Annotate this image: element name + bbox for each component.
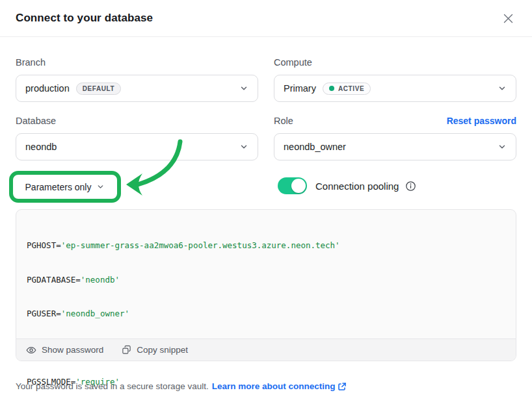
snippet-format-select[interactable]: Parameters only <box>25 182 105 192</box>
connection-pooling-row: Connection pooling <box>278 177 416 194</box>
database-field: Database neondb <box>16 116 258 160</box>
toggle-knob <box>291 179 306 193</box>
connection-pooling-toggle[interactable] <box>278 177 307 194</box>
connect-database-dialog: Connect to your database Branch producti… <box>0 0 532 408</box>
branch-select[interactable]: production DEFAULT <box>16 75 258 102</box>
active-badge-label: ACTIVE <box>338 85 364 92</box>
active-status-dot <box>329 86 334 91</box>
chevron-down-icon <box>498 84 507 93</box>
snippet-format-value: Parameters only <box>25 182 92 192</box>
chevron-down-icon <box>498 142 507 151</box>
branch-label: Branch <box>16 57 46 68</box>
database-select[interactable]: neondb <box>16 133 258 160</box>
connection-pooling-label: Connection pooling <box>315 181 399 192</box>
active-badge: ACTIVE <box>323 83 371 95</box>
external-link-icon <box>338 382 347 391</box>
footnote: Your password is saved in a secure stora… <box>16 381 347 391</box>
compute-select[interactable]: Primary ACTIVE <box>274 75 516 102</box>
learn-more-link[interactable]: Learn more about connecting <box>212 381 347 391</box>
database-value: neondb <box>25 142 57 152</box>
dialog-header: Connect to your database <box>0 0 532 37</box>
learn-more-label: Learn more about connecting <box>212 381 336 391</box>
eye-icon <box>26 345 36 355</box>
code-line: PGHOST='ep-summer-grass-aa2mwoa6-pooler.… <box>27 240 505 251</box>
branch-value: production <box>25 83 70 94</box>
show-password-button[interactable]: Show password <box>26 345 103 355</box>
snippet-toolbar: Show password Copy snippet <box>16 338 516 361</box>
role-label: Role <box>274 116 293 126</box>
close-button[interactable] <box>499 10 516 27</box>
connection-parameters-code: PGHOST='ep-summer-grass-aa2mwoa6-pooler.… <box>16 210 516 408</box>
default-badge: DEFAULT <box>76 83 122 95</box>
copy-icon <box>122 345 131 355</box>
code-line: PGUSER='neondb_owner' <box>27 308 505 320</box>
dialog-title: Connect to your database <box>16 12 153 25</box>
branch-field: Branch production DEFAULT <box>16 57 258 102</box>
compute-field: Compute Primary ACTIVE <box>274 57 516 102</box>
info-icon[interactable] <box>405 181 416 192</box>
chevron-down-icon <box>239 84 248 93</box>
copy-snippet-label: Copy snippet <box>137 345 188 355</box>
connection-snippet-panel: PGHOST='ep-summer-grass-aa2mwoa6-pooler.… <box>16 209 516 361</box>
compute-label: Compute <box>274 57 312 68</box>
role-select[interactable]: neondb_owner <box>274 133 516 160</box>
copy-snippet-button[interactable]: Copy snippet <box>122 345 188 355</box>
footnote-text: Your password is saved in a secure stora… <box>16 381 209 391</box>
show-password-label: Show password <box>42 345 103 355</box>
compute-value: Primary <box>284 83 316 94</box>
code-line: PGDATABASE='neondb' <box>27 274 505 286</box>
close-icon <box>503 13 514 24</box>
annotation-highlight-box: Parameters only <box>9 171 121 203</box>
reset-password-link[interactable]: Reset password <box>447 116 516 126</box>
chevron-down-icon <box>239 142 248 151</box>
database-label: Database <box>16 116 56 126</box>
role-value: neondb_owner <box>284 142 346 152</box>
chevron-down-icon <box>96 183 105 191</box>
role-field: Role Reset password neondb_owner <box>274 116 516 160</box>
